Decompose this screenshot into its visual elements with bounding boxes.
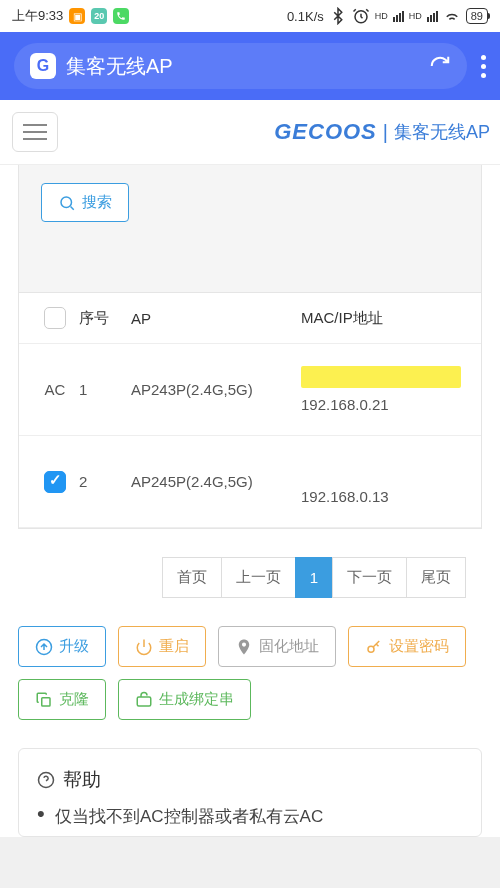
app-icon-1: ▣ — [69, 8, 85, 24]
browser-bar: G 集客无线AP — [0, 32, 500, 100]
clone-button[interactable]: 克隆 — [18, 679, 106, 720]
brand-text: 集客无线AP — [394, 120, 490, 144]
mac-redacted — [301, 458, 461, 480]
header-mac: MAC/IP地址 — [301, 309, 469, 328]
select-all-checkbox[interactable] — [44, 307, 66, 329]
help-title: 帮助 — [37, 767, 463, 793]
row-checkbox[interactable] — [44, 471, 66, 493]
status-time: 上午9:33 — [12, 7, 63, 25]
reboot-button[interactable]: 重启 — [118, 626, 206, 667]
power-icon — [135, 638, 153, 656]
action-buttons: 升级 重启 固化地址 设置密码 克隆 生成绑定串 — [0, 622, 500, 748]
table-row[interactable]: AC 1 AP243P(2.4G,5G) 192.168.0.21 — [19, 344, 481, 436]
reload-icon[interactable] — [429, 55, 451, 77]
table-header: 序号 AP MAC/IP地址 — [19, 293, 481, 344]
row-ap: AP243P(2.4G,5G) — [131, 381, 301, 398]
brand-logo: GECOOS — [274, 119, 377, 145]
page-content: GECOOS | 集客无线AP 搜索 序号 AP MAC/IP地址 AC 1 A… — [0, 100, 500, 837]
row-tag: AC — [31, 381, 79, 398]
page-first[interactable]: 首页 — [162, 557, 222, 598]
help-section: 帮助 仅当找不到AC控制器或者私有云AC — [18, 748, 482, 837]
svg-point-1 — [61, 197, 72, 208]
genbind-button[interactable]: 生成绑定串 — [118, 679, 251, 720]
search-button[interactable]: 搜索 — [41, 183, 129, 222]
help-icon — [37, 771, 55, 789]
page-next[interactable]: 下一页 — [332, 557, 407, 598]
fixaddr-button[interactable]: 固化地址 — [218, 626, 336, 667]
table-row[interactable]: 2 AP245P(2.4G,5G) 192.168.0.13 — [19, 436, 481, 528]
status-right: 0.1K/s HD HD 89 — [287, 7, 488, 25]
upload-icon — [35, 638, 53, 656]
hamburger-menu[interactable] — [12, 112, 58, 152]
svg-rect-5 — [137, 697, 151, 706]
site-favicon: G — [30, 53, 56, 79]
upgrade-button[interactable]: 升级 — [18, 626, 106, 667]
browser-menu-icon[interactable] — [481, 55, 486, 78]
svg-point-3 — [368, 646, 374, 652]
signal-icon-1 — [393, 11, 404, 22]
search-icon — [58, 194, 76, 212]
brand: GECOOS | 集客无线AP — [274, 119, 494, 145]
phone-icon — [113, 8, 129, 24]
alarm-icon — [352, 7, 370, 25]
brand-separator: | — [383, 121, 388, 144]
header-ap: AP — [131, 310, 301, 327]
mac-redacted — [301, 366, 461, 388]
pagination: 首页 上一页 1 下一页 尾页 — [18, 529, 482, 622]
ap-table: 序号 AP MAC/IP地址 AC 1 AP243P(2.4G,5G) 192.… — [18, 293, 482, 529]
page-current[interactable]: 1 — [295, 557, 333, 598]
header-seq: 序号 — [79, 309, 131, 328]
network-speed: 0.1K/s — [287, 9, 324, 24]
row-ip: 192.168.0.21 — [301, 396, 469, 413]
svg-rect-4 — [42, 697, 50, 705]
bluetooth-icon — [329, 7, 347, 25]
url-box[interactable]: G 集客无线AP — [14, 43, 467, 89]
page-header: GECOOS | 集客无线AP — [0, 100, 500, 165]
search-label: 搜索 — [82, 193, 112, 212]
help-item: 仅当找不到AC控制器或者私有云AC — [37, 805, 463, 828]
hd-label-1: HD — [375, 11, 388, 21]
battery-icon: 89 — [466, 8, 488, 24]
filter-area: 搜索 — [18, 165, 482, 293]
key-icon — [365, 638, 383, 656]
calendar-icon: 20 — [91, 8, 107, 24]
pin-icon — [235, 638, 253, 656]
setpwd-button[interactable]: 设置密码 — [348, 626, 466, 667]
url-text: 集客无线AP — [66, 53, 429, 80]
hd-label-2: HD — [409, 11, 422, 21]
copy-icon — [35, 691, 53, 709]
row-ip: 192.168.0.13 — [301, 488, 469, 505]
row-ap: AP245P(2.4G,5G) — [131, 473, 301, 490]
page-last[interactable]: 尾页 — [406, 557, 466, 598]
status-bar: 上午9:33 ▣ 20 0.1K/s HD HD 89 — [0, 0, 500, 32]
row-seq: 2 — [79, 473, 131, 490]
status-left: 上午9:33 ▣ 20 — [12, 7, 129, 25]
row-seq: 1 — [79, 381, 131, 398]
wifi-icon — [443, 7, 461, 25]
page-prev[interactable]: 上一页 — [221, 557, 296, 598]
signal-icon-2 — [427, 11, 438, 22]
link-icon — [135, 691, 153, 709]
